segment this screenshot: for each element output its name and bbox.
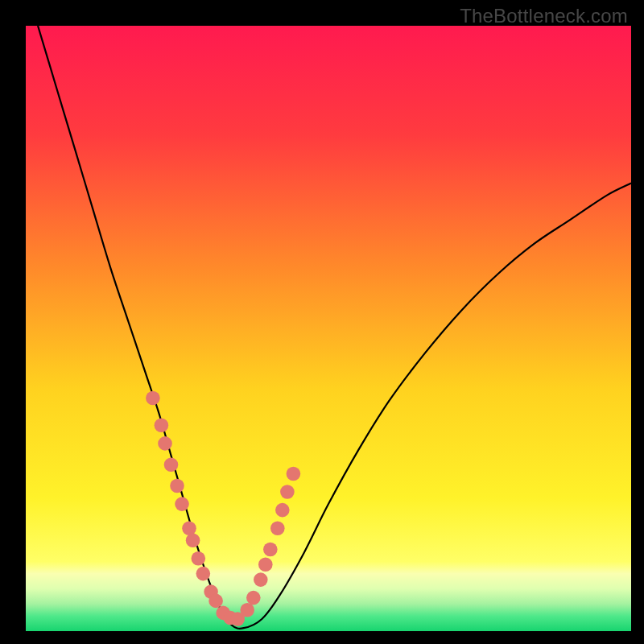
sample-dot xyxy=(186,533,200,547)
sample-dot xyxy=(164,457,179,472)
sample-dot xyxy=(155,419,169,433)
bottleneck-curve xyxy=(38,26,631,629)
sample-dots-group xyxy=(146,391,300,626)
chart-frame: TheBottleneck.com xyxy=(0,0,644,644)
sample-dot xyxy=(246,591,261,605)
sample-dot xyxy=(263,543,278,557)
sample-dot xyxy=(158,436,172,451)
sample-dot xyxy=(175,497,189,511)
sample-dot xyxy=(182,521,196,535)
sample-dot xyxy=(240,603,254,617)
sample-dot xyxy=(192,551,206,566)
sample-dot xyxy=(270,521,285,535)
sample-dot xyxy=(280,485,295,499)
chart-svg xyxy=(26,26,631,631)
sample-dot xyxy=(254,572,268,587)
sample-dot xyxy=(287,467,301,481)
sample-dot xyxy=(170,479,184,493)
sample-dot xyxy=(146,391,160,406)
watermark-text: TheBottleneck.com xyxy=(460,5,628,27)
sample-dot xyxy=(258,558,273,572)
plot-area xyxy=(26,26,631,631)
sample-dot xyxy=(275,503,290,518)
sample-dot xyxy=(208,594,223,609)
sample-dot xyxy=(196,567,211,581)
